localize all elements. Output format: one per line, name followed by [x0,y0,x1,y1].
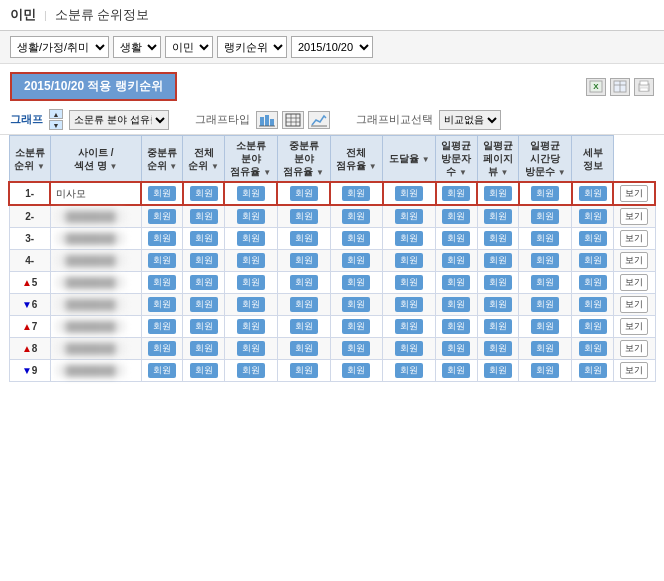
member-button[interactable]: 회원 [342,231,370,246]
member-button[interactable]: 회원 [579,297,607,312]
compare-select[interactable]: 비교없음 [439,110,501,130]
member-button[interactable]: 회원 [531,275,559,290]
bar-chart-icon[interactable] [256,111,278,129]
member-button[interactable]: 회원 [190,319,218,334]
member-button[interactable]: 회원 [579,253,607,268]
member-button[interactable]: 회원 [442,275,470,290]
member-button[interactable]: 회원 [190,341,218,356]
member-button[interactable]: 회원 [531,297,559,312]
view-button[interactable]: 보기 [620,362,648,379]
member-button[interactable]: 회원 [531,231,559,246]
member-button[interactable]: 회원 [531,209,559,224]
member-button[interactable]: 회원 [395,231,423,246]
member-button[interactable]: 회원 [190,253,218,268]
member-button[interactable]: 회원 [237,319,265,334]
view-button[interactable]: 보기 [620,296,648,313]
member-button[interactable]: 회원 [531,319,559,334]
member-button[interactable]: 회원 [531,363,559,378]
member-button[interactable]: 회원 [290,363,318,378]
member-button[interactable]: 회원 [484,253,512,268]
member-button[interactable]: 회원 [148,341,176,356]
member-button[interactable]: 회원 [290,231,318,246]
member-button[interactable]: 회원 [237,209,265,224]
member-button[interactable]: 회원 [148,319,176,334]
member-button[interactable]: 회원 [531,341,559,356]
member-button[interactable]: 회원 [342,253,370,268]
member-button[interactable]: 회원 [290,297,318,312]
member-button[interactable]: 회원 [290,275,318,290]
member-button[interactable]: 회원 [148,297,176,312]
member-button[interactable]: 회원 [395,341,423,356]
member-button[interactable]: 회원 [148,231,176,246]
view-button[interactable]: 보기 [620,340,648,357]
member-button[interactable]: 회원 [395,186,423,201]
table-chart-icon[interactable] [282,111,304,129]
view-button[interactable]: 보기 [620,318,648,335]
view-button[interactable]: 보기 [620,252,648,269]
arrow-up-btn[interactable]: ▲ [49,109,63,119]
member-button[interactable]: 회원 [442,186,470,201]
member-button[interactable]: 회원 [484,319,512,334]
member-button[interactable]: 회원 [190,231,218,246]
member-button[interactable]: 회원 [190,363,218,378]
line-chart-icon[interactable] [308,111,330,129]
member-button[interactable]: 회원 [237,275,265,290]
member-button[interactable]: 회원 [442,231,470,246]
member-button[interactable]: 회원 [237,363,265,378]
member-button[interactable]: 회원 [148,253,176,268]
member-button[interactable]: 회원 [579,275,607,290]
member-button[interactable]: 회원 [342,209,370,224]
member-button[interactable]: 회원 [342,275,370,290]
member-button[interactable]: 회원 [290,253,318,268]
submenu-select[interactable]: 소문류 분야 섭유률 [69,110,169,130]
member-button[interactable]: 회원 [531,253,559,268]
member-button[interactable]: 회원 [237,297,265,312]
member-button[interactable]: 회원 [342,363,370,378]
member-button[interactable]: 회원 [442,297,470,312]
member-button[interactable]: 회원 [395,275,423,290]
member-button[interactable]: 회원 [395,363,423,378]
graph-arrow-btns[interactable]: ▲ ▼ [49,109,63,130]
member-button[interactable]: 회원 [442,253,470,268]
view-button[interactable]: 보기 [620,274,648,291]
member-button[interactable]: 회원 [237,253,265,268]
member-button[interactable]: 회원 [342,319,370,334]
member-button[interactable]: 회원 [484,209,512,224]
member-button[interactable]: 회원 [442,341,470,356]
view-button[interactable]: 보기 [620,230,648,247]
member-button[interactable]: 회원 [342,297,370,312]
print-icon[interactable] [634,78,654,96]
member-button[interactable]: 회원 [531,186,559,201]
member-button[interactable]: 회원 [290,186,318,201]
member-button[interactable]: 회원 [190,297,218,312]
member-button[interactable]: 회원 [579,209,607,224]
member-button[interactable]: 회원 [579,341,607,356]
member-button[interactable]: 회원 [484,341,512,356]
member-button[interactable]: 회원 [442,209,470,224]
member-button[interactable]: 회원 [395,253,423,268]
member-button[interactable]: 회원 [290,209,318,224]
member-button[interactable]: 회원 [148,209,176,224]
user-select[interactable]: 이민 [165,36,213,58]
view-button[interactable]: 보기 [620,208,648,225]
member-button[interactable]: 회원 [148,275,176,290]
member-button[interactable]: 회원 [342,186,370,201]
member-button[interactable]: 회원 [442,319,470,334]
member-button[interactable]: 회원 [579,363,607,378]
arrow-down-btn[interactable]: ▼ [49,120,63,130]
member-button[interactable]: 회원 [148,186,176,201]
member-button[interactable]: 회원 [484,186,512,201]
member-button[interactable]: 회원 [484,297,512,312]
member-button[interactable]: 회원 [484,275,512,290]
member-button[interactable]: 회원 [395,319,423,334]
member-button[interactable]: 회원 [190,209,218,224]
member-button[interactable]: 회원 [190,275,218,290]
member-button[interactable]: 회원 [395,209,423,224]
member-button[interactable]: 회원 [342,341,370,356]
sort-select[interactable]: 랭키순위 [217,36,287,58]
member-button[interactable]: 회원 [579,186,607,201]
member-button[interactable]: 회원 [484,363,512,378]
member-button[interactable]: 회원 [237,186,265,201]
view-button[interactable]: 보기 [620,185,648,202]
member-button[interactable]: 회원 [442,363,470,378]
